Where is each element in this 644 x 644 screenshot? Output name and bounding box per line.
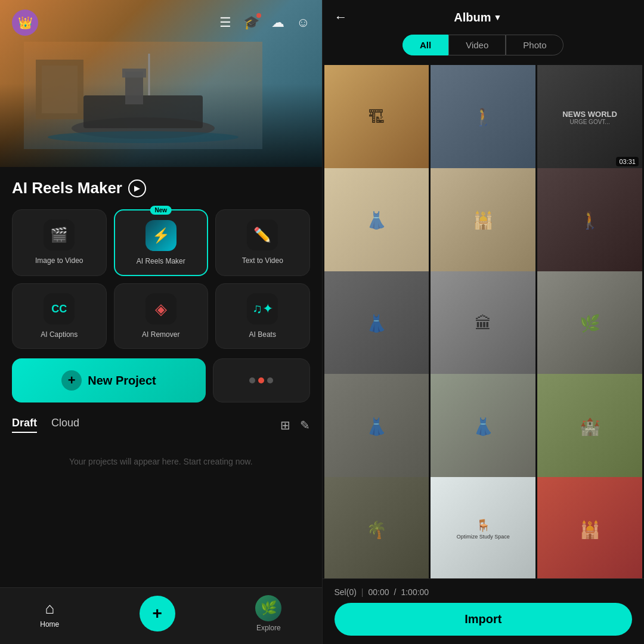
album-header: ← Album ▼	[323, 0, 645, 35]
ai-captions-label: AI Captions	[41, 330, 78, 339]
album-footer: Sel(0) | 00:00 / 1:00:00 Import	[323, 578, 645, 644]
filter-video[interactable]: Video	[448, 35, 506, 55]
hero-image: 👑 ☰ 🎓 ☁ ☺	[0, 0, 322, 167]
plus-icon: +	[61, 370, 82, 391]
tool-card-text-to-video[interactable]: ✏️ Text to Video	[215, 209, 310, 276]
dot1	[249, 377, 255, 383]
home-label: Home	[40, 620, 59, 628]
tool-card-ai-captions[interactable]: CC AI Captions	[12, 283, 107, 349]
photo-cell-4[interactable]: 👗	[324, 168, 429, 273]
sel-count: Sel(0)	[335, 587, 357, 597]
svg-rect-2	[42, 66, 78, 113]
tab-draft[interactable]: Draft	[12, 417, 37, 433]
bottom-row: + New Project	[12, 358, 310, 402]
dot3	[267, 377, 273, 383]
nav-explore[interactable]: 🌿 Explore	[255, 595, 281, 632]
image-to-video-label: Image to Video	[35, 256, 83, 265]
photo-cell-8[interactable]: 🏛	[431, 271, 535, 376]
album-title: Album ▼	[454, 11, 501, 24]
tool-card-image-to-video[interactable]: 🎬 Image to Video	[12, 209, 107, 276]
tool-card-ai-beats[interactable]: ♫✦ AI Beats	[215, 283, 310, 349]
photo-9-content: 🌿	[537, 271, 642, 376]
time-limit: 1:00:00	[401, 587, 429, 597]
sel-divider: |	[361, 587, 364, 597]
photo-cell-11[interactable]: 👗	[431, 374, 535, 479]
ai-remover-label: AI Remover	[142, 330, 179, 339]
photo-cell-9[interactable]: 🌿	[537, 271, 642, 376]
section-title: AI Reels Maker ▶	[12, 179, 310, 197]
photo-cell-13[interactable]: 🌴	[324, 477, 429, 578]
image-to-video-icon: 🎬	[44, 219, 75, 250]
new-badge: New	[150, 206, 172, 215]
tool-card-ai-remover[interactable]: ◈ AI Remover	[114, 283, 209, 349]
filter-tabs: All Video Photo	[335, 35, 633, 55]
photo-14-content: 🪑 Optimize Study Space	[431, 477, 535, 578]
photo-10-content: 👗	[324, 374, 429, 479]
new-project-button[interactable]: + New Project	[12, 358, 206, 402]
explore-label: Explore	[256, 624, 281, 632]
back-button[interactable]: ←	[335, 10, 348, 25]
photo-cell-6[interactable]: 🚶	[537, 168, 642, 273]
home-icon: ⌂	[45, 599, 54, 618]
tool-card-ai-reels-maker[interactable]: New ⚡ AI Reels Maker	[114, 209, 209, 276]
tools-grid: 🎬 Image to Video New ⚡ AI Reels Maker ✏️…	[12, 209, 310, 349]
duration-badge-3: 03:31	[616, 157, 639, 166]
grid-view-icon[interactable]: ⊞	[280, 418, 290, 432]
top-right-icons: ☰ 🎓 ☁ ☺	[219, 15, 309, 30]
photo-cell-15[interactable]: 🕌	[537, 477, 642, 578]
left-panel: 👑 ☰ 🎓 ☁ ☺ AI Reels Maker ▶ 🎬 Image to Vi…	[0, 0, 322, 644]
chevron-down-icon[interactable]: ▼	[493, 13, 501, 22]
ship-illustration	[24, 42, 262, 149]
nav-home[interactable]: ⌂ Home	[40, 599, 59, 628]
tabs-row: Draft Cloud ⊞ ✎	[12, 417, 310, 433]
photo-1-content: 🏗	[324, 65, 429, 170]
notifications-icon[interactable]: 🎓	[243, 15, 259, 30]
photo-cell-3[interactable]: NEWS WORLD URGE GOVT... 03:31	[537, 65, 642, 170]
photo-cell-12[interactable]: 🏰	[537, 374, 642, 479]
crown-icon: 👑	[18, 16, 33, 30]
menu-icon[interactable]: ☰	[219, 15, 231, 30]
empty-message: Your projects will appear here. Start cr…	[12, 457, 310, 466]
edit-icon[interactable]: ✎	[300, 418, 310, 432]
explore-avatar: 🌿	[255, 595, 281, 621]
add-button[interactable]: +	[140, 596, 175, 631]
photo-5-content: 🕌	[431, 168, 535, 273]
right-panel: ← Album ▼ All Video Photo 🏗 🚶 NEWS WORLD…	[323, 0, 645, 644]
photo-grid: 🏗 🚶 NEWS WORLD URGE GOVT... 03:31 👗 🕌 🚶 …	[323, 65, 645, 578]
photo-3-content: NEWS WORLD URGE GOVT...	[537, 65, 642, 170]
photo-cell-7[interactable]: 👗	[324, 271, 429, 376]
filter-all[interactable]: All	[402, 35, 448, 55]
import-button[interactable]: Import	[335, 603, 633, 636]
cloud-icon[interactable]: ☁	[271, 15, 284, 30]
photo-4-content: 👗	[324, 168, 429, 273]
time-current: 00:00	[369, 587, 389, 597]
more-options-card[interactable]	[213, 358, 310, 402]
photo-cell-10[interactable]: 👗	[324, 374, 429, 479]
ai-captions-icon: CC	[44, 293, 75, 324]
new-project-label: New Project	[88, 374, 156, 388]
photo-15-content: 🕌	[537, 477, 642, 578]
photo-2-content: 🚶	[431, 65, 535, 170]
dot2	[258, 377, 264, 383]
section-title-text: AI Reels Maker	[12, 179, 122, 197]
photo-cell-1[interactable]: 🏗	[324, 65, 429, 170]
text-to-video-label: Text to Video	[242, 256, 283, 265]
photo-cell-2[interactable]: 🚶	[431, 65, 535, 170]
tab-cloud[interactable]: Cloud	[51, 417, 79, 433]
play-icon[interactable]: ▶	[128, 179, 146, 197]
photo-13-content: 🌴	[324, 477, 429, 578]
crown-button[interactable]: 👑	[12, 10, 38, 36]
profile-icon[interactable]: ☺	[296, 15, 309, 30]
svg-point-8	[48, 131, 239, 143]
ai-beats-label: AI Beats	[249, 330, 276, 339]
filter-photo[interactable]: Photo	[506, 35, 564, 55]
nav-add[interactable]: +	[140, 596, 175, 631]
tabs-left: Draft Cloud	[12, 417, 79, 433]
ai-reels-icon: ⚡	[145, 220, 177, 251]
photo-cell-14[interactable]: 🪑 Optimize Study Space	[431, 477, 535, 578]
svg-rect-6	[122, 69, 146, 78]
tabs-icons: ⊞ ✎	[280, 418, 310, 432]
ai-reels-label: AI Reels Maker	[137, 257, 185, 265]
time-divider-icon: /	[394, 587, 397, 597]
photo-cell-5[interactable]: 🕌	[431, 168, 535, 273]
